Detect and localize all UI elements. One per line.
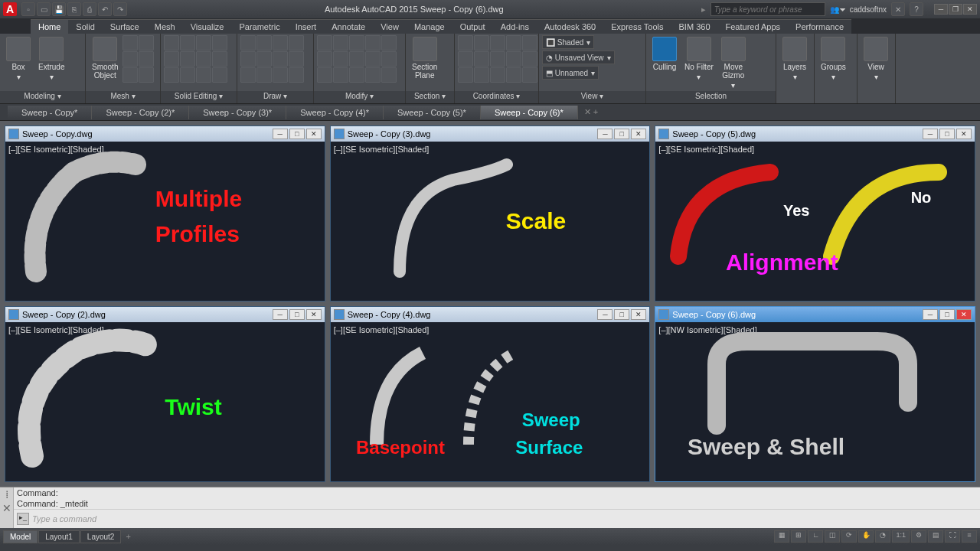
- document-tab[interactable]: Sweep - Copy (2)*: [92, 106, 189, 119]
- drawing-window[interactable]: Sweep - Copy (5).dwg─□✕[–][SE Isometric]…: [655, 126, 975, 302]
- modify-tool[interactable]: [349, 51, 364, 67]
- ribbon-tab-performance[interactable]: Performance: [788, 19, 851, 34]
- solidedit-tool[interactable]: [180, 35, 195, 51]
- cmd-input[interactable]: ▸_ Type a command: [14, 509, 980, 528]
- status-icon[interactable]: ⛶: [945, 530, 960, 543]
- mesh-tool-icon[interactable]: [122, 51, 138, 67]
- modify-tool[interactable]: [349, 35, 364, 51]
- solidedit-tool[interactable]: [212, 35, 227, 51]
- search-input[interactable]: [710, 2, 825, 16]
- status-icon[interactable]: ✋: [858, 530, 874, 543]
- viewport[interactable]: [–][SE Isometric][Shaded]Scale: [331, 142, 650, 301]
- panel-solidediting[interactable]: Solid Editing ▾: [161, 91, 237, 103]
- close-button[interactable]: ✕: [631, 309, 646, 320]
- ribbon-tab-autodesk360[interactable]: Autodesk 360: [537, 19, 603, 34]
- draw-tool[interactable]: [273, 67, 288, 83]
- ribbon-tab-view[interactable]: View: [373, 19, 407, 34]
- maximize-button[interactable]: □: [939, 309, 955, 320]
- coord-tool[interactable]: [506, 35, 521, 51]
- modify-tool[interactable]: [381, 35, 397, 51]
- coord-tool[interactable]: [474, 51, 489, 67]
- solidedit-tool[interactable]: [196, 35, 211, 51]
- solidedit-tool[interactable]: [196, 51, 211, 67]
- window-titlebar[interactable]: Sweep - Copy.dwg─□✕: [5, 126, 325, 142]
- new-tab-button[interactable]: ✕ +: [578, 107, 604, 117]
- close-button[interactable]: ✕: [631, 129, 646, 139]
- maximize-button[interactable]: □: [939, 129, 955, 139]
- drawing-window[interactable]: Sweep - Copy (3).dwg─□✕[–][SE Isometric]…: [330, 126, 651, 302]
- panel-modeling[interactable]: Modeling ▾: [0, 91, 85, 103]
- panel-coordinates[interactable]: Coordinates ▾: [455, 91, 538, 103]
- close-button[interactable]: ✕: [306, 309, 322, 320]
- draw-tool[interactable]: [256, 35, 272, 51]
- coord-tool[interactable]: [474, 67, 489, 83]
- coord-tool[interactable]: [458, 51, 473, 67]
- modify-tool[interactable]: [333, 51, 348, 67]
- mesh-tool-icon[interactable]: [139, 35, 154, 51]
- window-titlebar[interactable]: Sweep - Copy (2).dwg─□✕: [5, 307, 325, 322]
- ribbon-tab-expresstools[interactable]: Express Tools: [603, 19, 671, 34]
- visual-style-dropdown[interactable]: 🔳 Shaded▾: [542, 35, 594, 49]
- solidedit-tool[interactable]: [164, 67, 179, 83]
- minimize-button[interactable]: ─: [273, 309, 288, 320]
- ribbon-tab-solid[interactable]: Solid: [68, 19, 102, 34]
- modify-tool[interactable]: [381, 51, 397, 67]
- document-tab[interactable]: Sweep - Copy (5)*: [384, 106, 481, 119]
- modify-tool[interactable]: [349, 67, 364, 83]
- status-menu-icon[interactable]: ≡: [962, 530, 977, 543]
- status-icon[interactable]: ∟: [808, 530, 823, 543]
- modify-tool[interactable]: [365, 67, 381, 83]
- ribbon-tab-add-ins[interactable]: Add-ins: [493, 19, 537, 34]
- ribbon-tab-output[interactable]: Output: [452, 19, 493, 34]
- solidedit-tool[interactable]: [180, 67, 195, 83]
- modify-tool[interactable]: [333, 35, 348, 51]
- panel-section[interactable]: Section ▾: [406, 91, 454, 103]
- coord-tool[interactable]: [490, 67, 505, 83]
- drawing-window[interactable]: Sweep - Copy.dwg─□✕[–][SE Isometric][Sha…: [5, 126, 325, 302]
- document-tab[interactable]: Sweep - Copy*: [8, 106, 92, 119]
- status-icon[interactable]: ▤: [928, 530, 943, 543]
- minimize-button[interactable]: ─: [273, 129, 288, 139]
- document-tab[interactable]: Sweep - Copy (4)*: [286, 106, 384, 119]
- cmd-handle-icon[interactable]: ⁞✕: [0, 487, 14, 528]
- modify-tool[interactable]: [365, 35, 381, 51]
- minimize-button[interactable]: ─: [597, 129, 612, 139]
- minimize-button[interactable]: ─: [923, 309, 938, 320]
- viewport[interactable]: [–][SE Isometric][Shaded]Twist: [5, 322, 325, 481]
- draw-tool[interactable]: [240, 67, 256, 83]
- app-logo[interactable]: A: [3, 2, 17, 16]
- modify-tool[interactable]: [317, 35, 332, 51]
- exchange-icon[interactable]: ✕: [891, 2, 905, 16]
- modify-tool[interactable]: [365, 51, 381, 67]
- ribbon-tab-parametric[interactable]: Parametric: [231, 19, 287, 34]
- draw-tool[interactable]: [289, 35, 304, 51]
- coord-tool[interactable]: [458, 67, 473, 83]
- maximize-button[interactable]: □: [614, 129, 629, 139]
- viewport[interactable]: [–][NW Isometric][Shaded]Sweep & Shell: [655, 322, 975, 481]
- ribbon-tab-home[interactable]: Home: [31, 19, 68, 34]
- modify-tool[interactable]: [317, 51, 332, 67]
- panel-selection[interactable]: Selection: [646, 91, 776, 103]
- drawing-window[interactable]: Sweep - Copy (4).dwg─□✕[–][SE Isometric]…: [330, 306, 651, 482]
- window-titlebar[interactable]: Sweep - Copy (6).dwg─□✕: [655, 307, 975, 322]
- restore-button[interactable]: ❐: [949, 4, 962, 15]
- status-icon[interactable]: ⚙: [911, 530, 926, 543]
- window-titlebar[interactable]: Sweep - Copy (3).dwg─□✕: [331, 126, 650, 142]
- qat-saveas-icon[interactable]: ⎘: [67, 2, 81, 16]
- drawing-window[interactable]: Sweep - Copy (6).dwg─□✕[–][NW Isometric]…: [655, 306, 975, 482]
- panel-draw[interactable]: Draw ▾: [237, 91, 313, 103]
- draw-tool[interactable]: [256, 51, 272, 67]
- status-icon[interactable]: ◔: [875, 530, 890, 543]
- draw-tool[interactable]: [256, 67, 272, 83]
- coord-tool[interactable]: [490, 51, 505, 67]
- groups-button[interactable]: Groups▾: [818, 35, 849, 83]
- move-gizmo-button[interactable]: Move Gizmo▾: [718, 35, 749, 91]
- maximize-button[interactable]: □: [614, 309, 629, 320]
- panel-modify[interactable]: Modify ▾: [314, 91, 405, 103]
- coord-tool[interactable]: [506, 67, 521, 83]
- coord-tool[interactable]: [522, 35, 537, 51]
- minimize-button[interactable]: ─: [923, 129, 938, 139]
- window-titlebar[interactable]: Sweep - Copy (4).dwg─□✕: [331, 307, 650, 322]
- modify-tool[interactable]: [317, 67, 332, 83]
- coord-tool[interactable]: [506, 51, 521, 67]
